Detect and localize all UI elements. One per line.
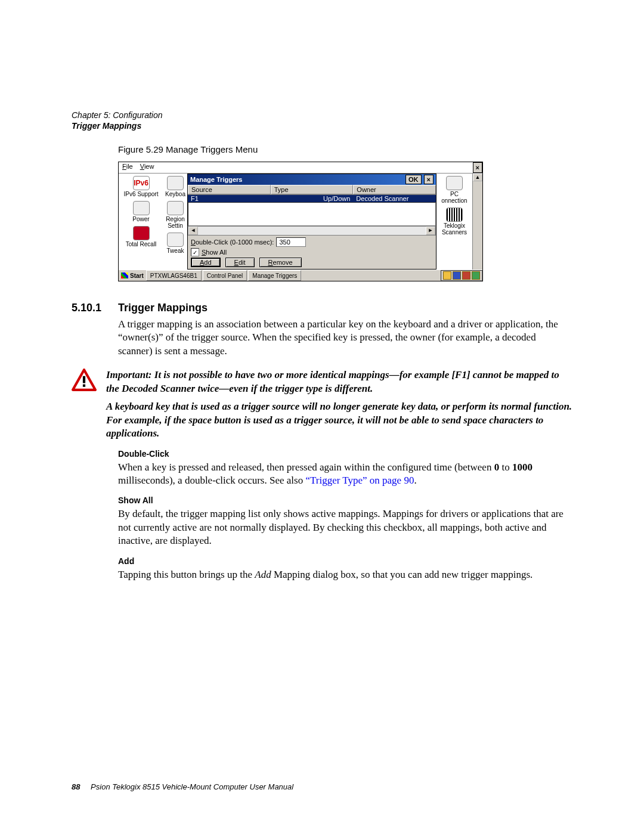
footer-text: Psion Teklogix 8515 Vehicle-Mount Comput… bbox=[91, 782, 293, 791]
icon-power[interactable]: Power bbox=[119, 201, 163, 222]
svg-rect-2 bbox=[83, 385, 85, 387]
icon-teklogix-scanners[interactable]: Teklogix Scanners bbox=[436, 208, 472, 236]
trigger-list-header: Source Type Owner bbox=[188, 185, 436, 195]
icon-pc-connection[interactable]: PC onnection bbox=[436, 176, 472, 204]
scroll-left-icon[interactable]: ◄ bbox=[188, 227, 198, 235]
taskbar: Start PTXWLAGS46B1 Control Panel Manage … bbox=[119, 270, 482, 281]
showall-label: Show All bbox=[202, 249, 227, 256]
section-intro: A trigger mapping is an association betw… bbox=[118, 318, 572, 358]
desktop-icons-col1: IPv6 IPv6 Support Power Total Recall bbox=[119, 174, 163, 270]
remove-button[interactable]: Remove bbox=[259, 258, 302, 267]
tray-icon[interactable] bbox=[472, 271, 480, 280]
ipv6-icon: IPv6 bbox=[133, 176, 150, 190]
pc-connection-icon bbox=[446, 176, 463, 190]
section-heading: 5.10.1 Trigger Mappings bbox=[72, 302, 572, 314]
doubleclick-input[interactable] bbox=[276, 237, 306, 247]
screenshot-figure: File View × IPv6 IPv6 Support Power Tota bbox=[118, 162, 483, 281]
tray-icon[interactable] bbox=[453, 271, 461, 280]
important-p2: A keyboard key that is used as a trigger… bbox=[106, 400, 572, 440]
show-all-paragraph: By default, the trigger mapping list onl… bbox=[118, 507, 572, 547]
menubar: File View × bbox=[119, 162, 482, 174]
regional-icon bbox=[167, 201, 184, 215]
subheading-show-all: Show All bbox=[118, 496, 572, 505]
scroll-up-icon[interactable]: ▲ bbox=[473, 174, 482, 181]
section-number: 5.10.1 bbox=[72, 302, 118, 314]
barcode-icon bbox=[446, 208, 463, 222]
dialog-close-button[interactable]: × bbox=[424, 175, 434, 184]
windows-flag-icon bbox=[121, 272, 128, 278]
menu-file[interactable]: File bbox=[119, 162, 137, 173]
keyboard-icon bbox=[167, 176, 184, 190]
menu-view[interactable]: View bbox=[137, 162, 158, 173]
dialog-ok-button[interactable]: OK bbox=[405, 175, 422, 184]
total-recall-icon bbox=[133, 226, 150, 240]
power-icon bbox=[133, 201, 150, 215]
double-click-paragraph: When a key is pressed and released, then… bbox=[118, 461, 572, 488]
taskbar-item-3[interactable]: Manage Triggers bbox=[248, 270, 301, 281]
desktop-icons-right: PC onnection Teklogix Scanners bbox=[436, 174, 472, 270]
scroll-track[interactable] bbox=[198, 227, 426, 235]
important-label: Important: bbox=[106, 369, 152, 380]
list-hscroll[interactable]: ◄ ► bbox=[188, 226, 436, 236]
outer-vscroll[interactable]: ▲ bbox=[472, 174, 482, 270]
col-source[interactable]: Source bbox=[188, 185, 271, 194]
important-note: Important: It is not possible to have tw… bbox=[72, 368, 572, 440]
icon-ipv6[interactable]: IPv6 IPv6 Support bbox=[119, 176, 163, 197]
cell-owner: Decoded Scanner bbox=[353, 195, 436, 202]
figure-caption: Figure 5.29 Manage Triggers Menu bbox=[118, 144, 572, 154]
cell-type: Up/Down bbox=[271, 195, 354, 202]
subheading-add: Add bbox=[118, 556, 572, 566]
showall-checkbox[interactable]: ✓ bbox=[191, 248, 199, 256]
doubleclick-label: Double-Click (0-1000 msec): bbox=[191, 239, 274, 246]
outer-close-button[interactable]: × bbox=[473, 162, 482, 173]
trigger-type-link[interactable]: “Trigger Type” on page 90 bbox=[305, 475, 414, 486]
col-owner[interactable]: Owner bbox=[353, 185, 436, 194]
warning-icon bbox=[72, 368, 97, 391]
subheading-double-click: Double-Click bbox=[118, 449, 572, 459]
chapter-header: Chapter 5: Configuration Trigger Mapping… bbox=[72, 110, 572, 131]
icon-regional[interactable]: Region Settin bbox=[163, 201, 187, 229]
system-tray bbox=[441, 270, 482, 281]
add-button[interactable]: Add bbox=[191, 258, 221, 267]
manage-triggers-dialog: Manage Triggers OK × Source Type Owner F… bbox=[187, 174, 436, 270]
trigger-list-row[interactable]: F1 Up/Down Decoded Scanner bbox=[188, 195, 436, 202]
edit-button[interactable]: Edit bbox=[225, 258, 255, 267]
chapter-line: Chapter 5: Configuration bbox=[72, 110, 572, 121]
section-title: Trigger Mappings bbox=[118, 302, 208, 314]
start-button[interactable]: Start bbox=[119, 270, 146, 281]
page-footer: 88 Psion Teklogix 8515 Vehicle-Mount Com… bbox=[72, 782, 293, 791]
header-section-line: Trigger Mappings bbox=[72, 121, 572, 132]
add-paragraph: Tapping this button brings up the Add Ma… bbox=[118, 568, 572, 581]
icon-tweak[interactable]: Tweak bbox=[163, 233, 187, 254]
col-type[interactable]: Type bbox=[271, 185, 354, 194]
scroll-right-icon[interactable]: ► bbox=[426, 227, 435, 235]
dialog-title: Manage Triggers bbox=[190, 176, 242, 183]
icon-keyboard[interactable]: Keyboa bbox=[163, 176, 187, 197]
taskbar-item-1[interactable]: PTXWLAGS46B1 bbox=[146, 270, 202, 281]
desktop-icons-col2: Keyboa Region Settin Tweak bbox=[163, 174, 187, 270]
cell-source: F1 bbox=[188, 195, 271, 202]
trigger-list-empty bbox=[188, 202, 436, 226]
taskbar-item-2[interactable]: Control Panel bbox=[203, 270, 247, 281]
tray-icon[interactable] bbox=[462, 271, 470, 280]
svg-rect-1 bbox=[83, 376, 85, 383]
page-number: 88 bbox=[72, 782, 80, 791]
tray-icon[interactable] bbox=[443, 271, 451, 280]
tweak-icon bbox=[167, 233, 184, 247]
icon-total-recall[interactable]: Total Recall bbox=[119, 226, 163, 247]
dialog-titlebar: Manage Triggers OK × bbox=[188, 174, 436, 185]
important-p1: It is not possible to have two or more i… bbox=[106, 369, 559, 394]
